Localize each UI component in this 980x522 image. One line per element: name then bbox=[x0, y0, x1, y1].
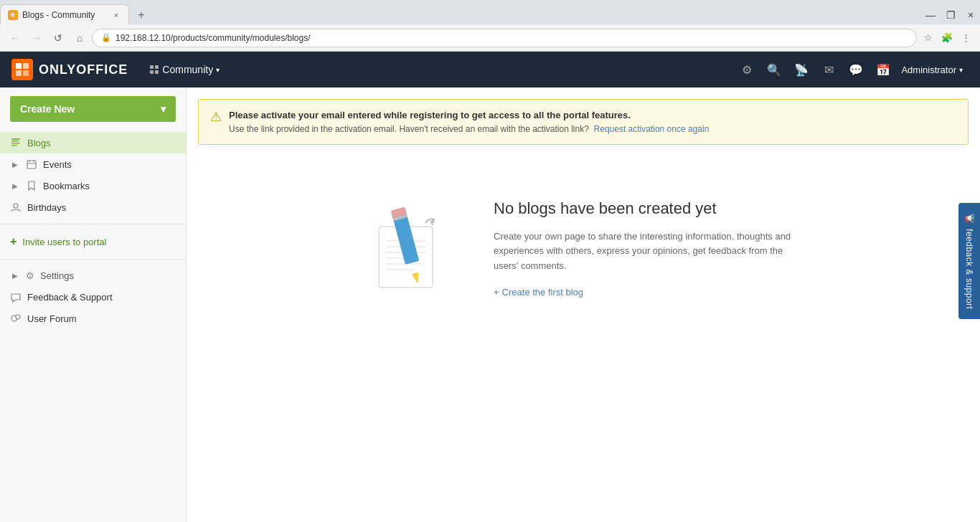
blogs-label: Blogs bbox=[27, 138, 51, 148]
bookmarks-svg-icon bbox=[26, 180, 37, 191]
sidebar-item-forum[interactable]: User Forum bbox=[0, 308, 186, 329]
create-new-arrow: ▾ bbox=[161, 103, 166, 115]
birthdays-label: Birthdays bbox=[27, 202, 66, 213]
mail-icon: ✉ bbox=[824, 63, 834, 77]
svg-rect-1 bbox=[16, 63, 22, 69]
sidebar-item-blogs[interactable]: Blogs bbox=[0, 132, 186, 153]
community-icon bbox=[149, 65, 159, 75]
sidebar-item-events[interactable]: ▶ Events bbox=[0, 153, 186, 175]
back-btn[interactable]: ← bbox=[6, 29, 24, 47]
browser-chrome: B Blogs - Community × + — ❒ × ← → ↺ ⌂ 🔒 … bbox=[0, 0, 980, 52]
events-expand: ▶ bbox=[10, 159, 20, 169]
svg-rect-3 bbox=[16, 70, 22, 76]
window-controls: — ❒ × bbox=[921, 6, 980, 24]
feed-icon: 📡 bbox=[794, 63, 809, 77]
forum-icon bbox=[10, 313, 22, 324]
birthdays-svg-icon bbox=[10, 201, 22, 213]
sidebar-item-settings[interactable]: ▶ ⚙ Settings bbox=[0, 265, 186, 286]
search-icon-btn[interactable]: 🔍 bbox=[762, 57, 786, 82]
active-tab[interactable]: B Blogs - Community × bbox=[0, 4, 129, 24]
svg-rect-9 bbox=[11, 138, 20, 140]
window-close-btn[interactable]: × bbox=[961, 6, 980, 24]
activation-link[interactable]: Request activation once again bbox=[594, 124, 710, 134]
feedback-svg-icon bbox=[10, 291, 22, 303]
create-new-label: Create New bbox=[20, 103, 75, 115]
blogs-icon bbox=[10, 137, 22, 148]
svg-point-32 bbox=[430, 220, 435, 223]
svg-rect-6 bbox=[155, 65, 159, 69]
empty-description: Create your own page to share the intere… bbox=[494, 229, 795, 274]
create-new-btn[interactable]: Create New ▾ bbox=[10, 96, 176, 122]
new-tab-btn[interactable]: + bbox=[132, 6, 151, 24]
sidebar-item-bookmarks[interactable]: ▶ Bookmarks bbox=[0, 175, 186, 196]
svg-marker-18 bbox=[11, 294, 20, 302]
birthdays-icon bbox=[10, 201, 22, 213]
logo-area: ONLYOFFICE bbox=[11, 59, 128, 80]
invite-label: Invite users to portal bbox=[22, 237, 106, 247]
community-nav-btn[interactable]: Community ▾ bbox=[142, 60, 227, 80]
sidebar-divider bbox=[0, 224, 186, 224]
feed-icon-btn[interactable]: 📡 bbox=[789, 57, 814, 82]
reload-btn[interactable]: ↺ bbox=[49, 29, 67, 47]
sidebar-item-feedback[interactable]: Feedback & Support bbox=[0, 286, 186, 308]
feedback-label: Feedback & Support bbox=[27, 292, 113, 303]
bookmarks-icon bbox=[26, 180, 37, 191]
feedback-tab-label: feedback & support bbox=[964, 229, 974, 309]
sidebar: Create New ▾ Blogs ▶ bbox=[0, 87, 187, 522]
alert-text: Please activate your email entered while… bbox=[229, 108, 709, 136]
app-header: ONLYOFFICE Community ▾ ⚙ 🔍 📡 ✉ 💬 📅 bbox=[0, 52, 980, 87]
create-first-label: Create the first blog bbox=[502, 287, 583, 298]
logo-text: ONLYOFFICE bbox=[39, 62, 128, 77]
menu-btn[interactable]: ⋮ bbox=[957, 29, 974, 47]
community-arrow: ▾ bbox=[216, 66, 220, 74]
maximize-btn[interactable]: ❒ bbox=[941, 6, 960, 24]
sidebar-item-birthdays[interactable]: Birthdays bbox=[0, 196, 186, 218]
empty-heading: No blogs have been created yet bbox=[494, 199, 795, 218]
svg-point-17 bbox=[14, 204, 18, 208]
forward-btn[interactable]: → bbox=[27, 29, 46, 47]
svg-point-20 bbox=[16, 315, 20, 319]
svg-rect-4 bbox=[23, 70, 29, 76]
tab-close-btn[interactable]: × bbox=[111, 10, 121, 20]
settings-icon-btn[interactable]: ⚙ bbox=[735, 57, 759, 82]
admin-arrow: ▾ bbox=[959, 66, 963, 74]
svg-rect-8 bbox=[155, 70, 159, 74]
settings-gear-icon: ⚙ bbox=[26, 270, 34, 281]
create-first-plus: + bbox=[494, 287, 499, 298]
alert-description: Use the link provided in the activation … bbox=[229, 124, 589, 134]
settings-expand-arrow: ▶ bbox=[10, 271, 20, 281]
sidebar-divider-2 bbox=[0, 259, 186, 260]
admin-label: Administrator bbox=[901, 65, 956, 75]
svg-rect-11 bbox=[11, 143, 20, 144]
invite-plus-icon: + bbox=[10, 235, 17, 248]
calendar-icon: 📅 bbox=[876, 63, 890, 77]
header-icons: ⚙ 🔍 📡 ✉ 💬 📅 bbox=[735, 57, 895, 82]
sidebar-invite-btn[interactable]: + Invite users to portal bbox=[0, 230, 186, 253]
minimize-btn[interactable]: — bbox=[921, 6, 940, 24]
create-first-blog-link[interactable]: + Create the first blog bbox=[494, 287, 795, 298]
feedback-support-tab[interactable]: 📢 feedback & support bbox=[958, 203, 980, 319]
feedback-icon bbox=[10, 291, 22, 303]
chat-icon: 💬 bbox=[849, 63, 863, 77]
home-btn[interactable]: ⌂ bbox=[70, 29, 89, 47]
chat-icon-btn[interactable]: 💬 bbox=[844, 57, 868, 82]
events-svg-icon bbox=[26, 158, 37, 170]
browser-toolbar: ← → ↺ ⌂ 🔒 192.168.12.10/products/communi… bbox=[0, 24, 980, 52]
logo-icon bbox=[11, 59, 33, 80]
bookmarks-btn[interactable]: ☆ bbox=[920, 29, 937, 47]
svg-rect-10 bbox=[11, 141, 19, 142]
address-bar[interactable]: 🔒 192.168.12.10/products/community/modul… bbox=[92, 29, 917, 47]
calendar-icon-btn[interactable]: 📅 bbox=[871, 57, 895, 82]
extensions-btn[interactable]: 🧩 bbox=[938, 29, 956, 47]
events-label: Events bbox=[43, 159, 72, 170]
settings-label: Settings bbox=[40, 270, 74, 281]
community-label: Community bbox=[162, 64, 213, 75]
forum-svg-icon bbox=[10, 313, 22, 324]
mail-icon-btn[interactable]: ✉ bbox=[816, 57, 841, 82]
empty-text: No blogs have been created yet Create yo… bbox=[494, 199, 795, 298]
admin-btn[interactable]: Administrator ▾ bbox=[895, 62, 969, 78]
url-input[interactable]: 192.168.12.10/products/community/modules… bbox=[116, 33, 908, 43]
alert-icon: ⚠ bbox=[210, 109, 222, 125]
alert-title: Please activate your email entered while… bbox=[229, 110, 631, 120]
tab-bar: B Blogs - Community × + — ❒ × bbox=[0, 0, 980, 24]
